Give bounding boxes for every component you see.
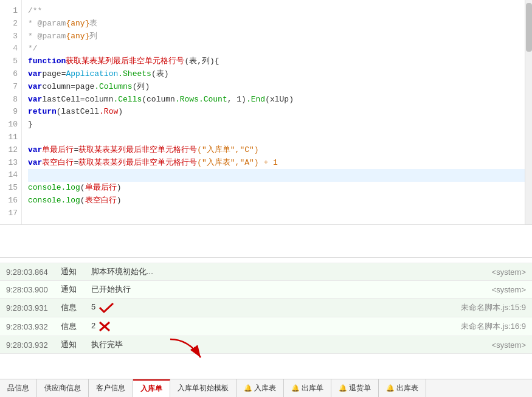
scrollbar[interactable] xyxy=(525,0,532,225)
code-line-5[interactable]: function 获取某表某列最后非空单元格行号(表,列){ xyxy=(28,55,526,68)
code-line-4[interactable]: */ xyxy=(28,43,526,55)
log-table: 9:28:03.864通知脚本环境初始化...<system>9:28:03.9… xyxy=(0,263,532,354)
code-line-8[interactable]: var lastCell = column.Cells(column.Rows.… xyxy=(28,94,526,106)
code-line-2[interactable]: * @param {any} 表 xyxy=(28,18,526,30)
tab-icon: 🔔 xyxy=(291,384,300,392)
log-row: 9:28:03.932信息2 未命名脚本.js:16:9 xyxy=(0,317,532,336)
line-number-2: 2 xyxy=(6,18,18,30)
code-line-13[interactable]: var 表空白行 = 获取某表某列最后非空单元格行号("入库表","A") + … xyxy=(28,157,526,170)
code-line-15[interactable]: console.log(单最后行) xyxy=(28,182,526,195)
tab-item-退货单[interactable]: 🔔退货单 xyxy=(331,379,379,397)
code-line-3[interactable]: * @param {any} 列 xyxy=(28,30,526,43)
line-numbers: 1234567891011121314151617 xyxy=(0,0,22,224)
code-line-10[interactable]: } xyxy=(28,119,526,131)
code-line-14[interactable] xyxy=(28,169,526,182)
line-number-12: 12 xyxy=(6,144,18,157)
line-number-5: 5 xyxy=(6,55,18,68)
line-number-16: 16 xyxy=(6,195,18,207)
code-line-11[interactable] xyxy=(28,131,526,144)
code-content[interactable]: /** * @param {any} 表 * @param {any} 列 */… xyxy=(22,0,532,224)
code-line-6[interactable]: var page = Application.Sheets(表) xyxy=(28,68,526,81)
tab-icon: 🔔 xyxy=(339,384,347,392)
tab-item-供应商信息[interactable]: 供应商信息 xyxy=(37,379,89,397)
code-line-9[interactable]: return(lastCell.Row) xyxy=(28,106,526,119)
log-row: 9:28:03.864通知脚本环境初始化...<system> xyxy=(0,263,532,281)
line-number-10: 10 xyxy=(6,119,18,131)
line-number-14: 14 xyxy=(6,169,18,182)
line-number-4: 4 xyxy=(6,43,18,55)
red-arrow-annotation xyxy=(164,336,213,367)
line-number-15: 15 xyxy=(6,182,18,195)
tab-item-入库表[interactable]: 🔔入库表 xyxy=(237,379,284,397)
tab-item-出库单[interactable]: 🔔出库单 xyxy=(284,379,331,397)
line-number-11: 11 xyxy=(6,131,18,144)
tab-item-入库单[interactable]: 入库单 xyxy=(133,379,170,397)
log-row: 9:28:03.932通知执行完毕<system> xyxy=(0,336,532,354)
line-number-3: 3 xyxy=(6,30,18,43)
tab-icon: 🔔 xyxy=(244,384,252,392)
line-number-7: 7 xyxy=(6,81,18,94)
tab-item-入库单初始模板[interactable]: 入库单初始模板 xyxy=(170,379,237,397)
log-row: 9:28:03.900通知已开始执行<system> xyxy=(0,281,532,299)
log-row: 9:28:03.931信息5 未命名脚本.js:15:9 xyxy=(0,299,532,317)
code-editor[interactable]: 1234567891011121314151617 /** * @param {… xyxy=(0,0,532,225)
tab-icon: 🔔 xyxy=(386,384,395,392)
tab-item-品信息[interactable]: 品信息 xyxy=(0,379,37,397)
code-line-17[interactable] xyxy=(28,207,526,220)
line-number-1: 1 xyxy=(6,5,18,18)
code-line-12[interactable]: var 单最后行 = 获取某表某列最后非空单元格行号("入库单","C") xyxy=(28,144,526,157)
line-number-17: 17 xyxy=(6,207,18,220)
tab-bar: 品信息供应商信息客户信息入库单入库单初始模板🔔入库表🔔出库单🔔退货单🔔出库表 xyxy=(0,379,532,397)
line-number-8: 8 xyxy=(6,94,18,106)
code-line-7[interactable]: var column = page.Columns(列) xyxy=(28,81,526,94)
line-number-9: 9 xyxy=(6,106,18,119)
code-line-16[interactable]: console.log(表空白行) xyxy=(28,195,526,207)
line-number-6: 6 xyxy=(6,68,18,81)
scrollbar-thumb[interactable] xyxy=(526,3,532,52)
line-number-13: 13 xyxy=(6,157,18,170)
tab-item-客户信息[interactable]: 客户信息 xyxy=(89,379,133,397)
code-line-1[interactable]: /** xyxy=(28,5,526,18)
log-header xyxy=(0,258,532,263)
tab-item-出库表[interactable]: 🔔出库表 xyxy=(379,379,426,397)
log-panel: 9:28:03.864通知脚本环境初始化...<system>9:28:03.9… xyxy=(0,257,532,379)
